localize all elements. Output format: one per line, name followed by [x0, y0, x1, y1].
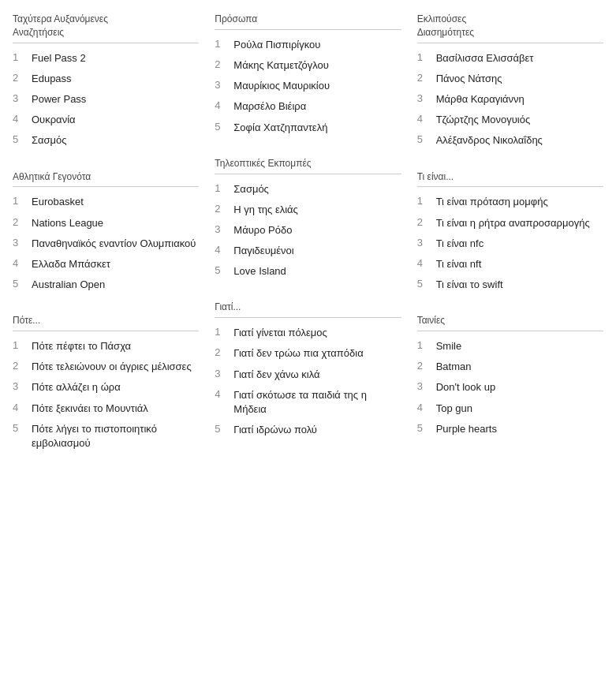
list-text: Ελλαδα Μπάσκετ	[32, 257, 110, 271]
list-item[interactable]: 3Τι είναι nfc	[417, 237, 603, 251]
list-number: 5	[215, 264, 226, 276]
list-text: Σασμός	[32, 133, 67, 148]
section-title-tv-shows: Τηλεοπτικές Εκπομπές	[215, 157, 401, 174]
list-item[interactable]: 2Batman	[417, 360, 603, 374]
list-text: Purple hearts	[436, 422, 497, 436]
list-text: Αλέξανδρος Νικολαΐδης	[436, 133, 543, 148]
list-item[interactable]: 1Βασίλισσα Ελισσάβετ	[417, 51, 603, 65]
list-text: Γιατί γίνεται πόλεμος	[233, 326, 327, 340]
section-title-prosopa: Πρόσωπα	[215, 13, 401, 30]
list-number: 5	[13, 133, 24, 145]
list-number: 5	[13, 422, 24, 434]
list-text: Μάυρο Ρόδο	[233, 223, 292, 237]
list-item[interactable]: 5Γιατί ιδρώνω πολύ	[215, 423, 401, 437]
list-item[interactable]: 2Πότε τελειώνουν οι άγριες μέλισσες	[13, 360, 199, 374]
list-item[interactable]: 4Πότε ξεκινάει το Μουντιάλ	[13, 402, 199, 416]
column-3: Εκλιπούσες Διασημότητες1Βασίλισσα Ελισσά…	[417, 13, 603, 473]
list-text: Smile	[436, 339, 462, 353]
list-item[interactable]: 2Μάκης Κατμετζόγλου	[215, 58, 401, 73]
list-number: 1	[417, 195, 428, 207]
list-item[interactable]: 1Τι είναι πρόταση μομφής	[417, 195, 603, 209]
list-item[interactable]: 5Purple hearts	[417, 422, 603, 436]
list-text: Μαυρίκιος Μαυρικίου	[233, 79, 330, 93]
list-item[interactable]: 2Edupass	[13, 72, 199, 86]
list-item[interactable]: 2Πάνος Νάτσης	[417, 72, 603, 86]
list-text: Ρούλα Πισπιρίγκου	[233, 38, 320, 52]
list-item[interactable]: 3Power Pass	[13, 92, 199, 107]
list-number: 4	[417, 257, 428, 269]
list-number: 2	[13, 216, 24, 228]
section-title-giati: Γιατί...	[215, 301, 401, 318]
list-text: Τζώρτζης Μονογυιός	[436, 113, 531, 127]
list-item[interactable]: 4Μαρσέλο Βιέιρα	[215, 99, 401, 114]
list-item[interactable]: 1Γιατί γίνεται πόλεμος	[215, 326, 401, 340]
list-text: Nations League	[32, 216, 103, 230]
list-item[interactable]: 3Γιατί δεν χάνω κιλά	[215, 368, 401, 382]
list-text: Η γη της ελιάς	[233, 203, 298, 217]
list-number: 4	[215, 244, 226, 256]
list-text: Παναθηναϊκός εναντίον Ολυμπιακού	[32, 237, 196, 251]
list-item[interactable]: 5Πότε λήγει το πιστοποιητικό εμβολιασμού	[13, 422, 199, 450]
section-movies: Ταινίες1Smile2Batman3Don't look up4Top g…	[417, 314, 603, 436]
list-item[interactable]: 2Γιατί δεν τρώω πια χταπόδια	[215, 346, 401, 361]
list-text: Πότε ξεκινάει το Μουντιάλ	[32, 402, 148, 416]
list-text: Σοφία Χατζηπαντελή	[233, 121, 327, 135]
list-item[interactable]: 4Ελλαδα Μπάσκετ	[13, 257, 199, 271]
list-text: Australian Open	[32, 278, 105, 292]
list-text: Γιατί δεν τρώω πια χταπόδια	[233, 346, 363, 361]
list-number: 3	[13, 380, 24, 392]
section-title-athletic-events: Αθλητικά Γεγονότα	[13, 170, 199, 188]
list-number: 1	[215, 38, 226, 50]
list-item[interactable]: 1Ρούλα Πισπιρίγκου	[215, 38, 401, 52]
list-item[interactable]: 3Don't look up	[417, 380, 603, 394]
list-item[interactable]: 4Τι είναι nft	[417, 257, 603, 271]
list-number: 5	[417, 422, 428, 434]
section-fast-searches: Ταχύτερα Αυξανόμενες Αναζητήσεις1Fuel Pa…	[13, 13, 199, 148]
list-text: Ουκρανία	[32, 113, 76, 127]
list-item[interactable]: 4Τζώρτζης Μονογυιός	[417, 113, 603, 127]
list-item[interactable]: 1Fuel Pass 2	[13, 51, 199, 65]
list-item[interactable]: 4Γιατί σκότωσε τα παιδιά της η Μήδεια	[215, 388, 401, 417]
list-item[interactable]: 2Η γη της ελιάς	[215, 203, 401, 217]
list-item[interactable]: 3Μαυρίκιος Μαυρικίου	[215, 79, 401, 93]
list-text: Τι είναι πρόταση μομφής	[436, 195, 548, 209]
list-item[interactable]: 1Smile	[417, 339, 603, 353]
list-item[interactable]: 2Τι είναι η ρήτρα αναπροσαρμογής	[417, 216, 603, 230]
list-text: Τι είναι nft	[436, 257, 482, 271]
list-text: Edupass	[32, 72, 72, 86]
section-athletic-events: Αθλητικά Γεγονότα1Eurobasket2Nations Lea…	[13, 170, 199, 293]
list-item[interactable]: 3Μάρθα Καραγιάννη	[417, 92, 603, 107]
list-item[interactable]: 5Σοφία Χατζηπαντελή	[215, 121, 401, 135]
list-item[interactable]: 3Μάυρο Ρόδο	[215, 223, 401, 237]
list-text: Don't look up	[436, 380, 495, 394]
list-number: 3	[13, 92, 24, 104]
section-tv-shows: Τηλεοπτικές Εκπομπές1Σασμός2Η γη της ελι…	[215, 157, 401, 279]
list-item[interactable]: 3Πότε αλλάζει η ώρα	[13, 380, 199, 394]
section-celebrities: Εκλιπούσες Διασημότητες1Βασίλισσα Ελισσά…	[417, 13, 603, 148]
list-text: Τι είναι η ρήτρα αναπροσαρμογής	[436, 216, 590, 230]
list-item[interactable]: 1Eurobasket	[13, 195, 199, 209]
list-text: Γιατί δεν χάνω κιλά	[233, 368, 319, 382]
list-item[interactable]: 2Nations League	[13, 216, 199, 230]
list-item[interactable]: 5Αλέξανδρος Νικολαΐδης	[417, 133, 603, 148]
list-item[interactable]: 5Australian Open	[13, 278, 199, 292]
list-item[interactable]: 4Παγιδευμένοι	[215, 244, 401, 258]
list-item[interactable]: 4Ουκρανία	[13, 113, 199, 127]
list-text: Γιατί ιδρώνω πολύ	[233, 423, 317, 437]
list-text: Σασμός	[233, 182, 269, 196]
list-number: 3	[215, 79, 226, 91]
list-item[interactable]: 5Love Island	[215, 264, 401, 278]
list-number: 4	[13, 257, 24, 269]
list-number: 3	[215, 368, 226, 379]
list-item[interactable]: 1Πότε πέφτει το Πάσχα	[13, 339, 199, 353]
list-item[interactable]: 4Top gun	[417, 402, 603, 416]
list-number: 1	[215, 326, 226, 338]
list-number: 1	[13, 51, 24, 63]
list-item[interactable]: 1Σασμός	[215, 182, 401, 196]
list-item[interactable]: 3Παναθηναϊκός εναντίον Ολυμπιακού	[13, 237, 199, 251]
list-item[interactable]: 5Τι είναι το swift	[417, 278, 603, 292]
list-item[interactable]: 5Σασμός	[13, 133, 199, 148]
list-text: Πάνος Νάτσης	[436, 72, 502, 86]
list-number: 2	[215, 203, 226, 215]
list-text: Τι είναι nfc	[436, 237, 484, 251]
